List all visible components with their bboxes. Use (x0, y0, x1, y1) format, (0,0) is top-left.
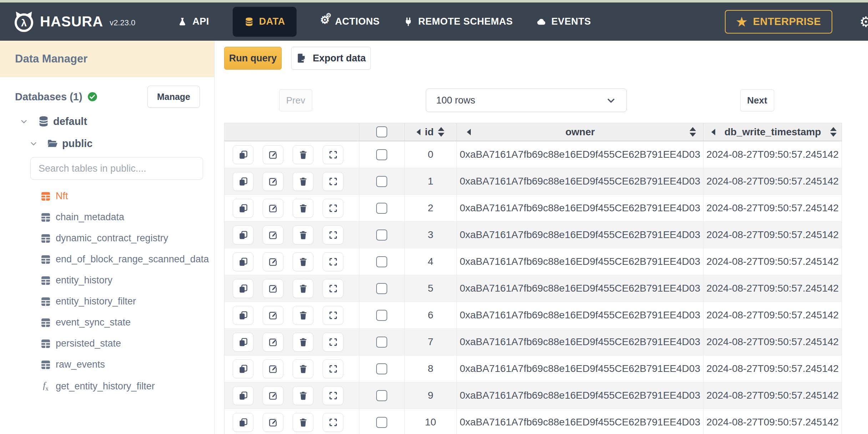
enterprise-button[interactable]: ★ ENTERPRISE (725, 10, 832, 34)
row-checkbox[interactable] (376, 283, 387, 294)
clone-row-button[interactable] (233, 413, 253, 432)
nav-item-events[interactable]: EVENTS (536, 16, 591, 27)
delete-row-button[interactable] (293, 252, 313, 271)
clone-row-button[interactable] (233, 145, 253, 164)
clone-row-button[interactable] (233, 359, 253, 378)
collapse-column-icon[interactable] (467, 129, 471, 135)
manage-button[interactable]: Manage (147, 86, 200, 108)
sidebar-table-entity_history[interactable]: entity_history (0, 270, 214, 291)
clone-row-button[interactable] (233, 386, 253, 405)
plug-icon (403, 17, 413, 27)
edit-row-button[interactable] (263, 199, 283, 218)
collapse-column-icon[interactable] (417, 129, 420, 135)
sidebar-table-dynamic_contract_registry[interactable]: dynamic_contract_registry (0, 228, 214, 249)
sidebar-table-end_of_block_range_scanned_data[interactable]: end_of_block_range_scanned_data (0, 249, 214, 270)
row-actions-cell (224, 329, 359, 355)
clone-row-button[interactable] (233, 333, 253, 352)
row-checkbox[interactable] (376, 203, 387, 214)
row-checkbox-cell (359, 329, 405, 355)
delete-row-button[interactable] (293, 145, 313, 164)
expand-row-button[interactable] (323, 252, 343, 271)
tree-node-default-db[interactable]: default (0, 114, 214, 128)
run-query-button[interactable]: Run query (224, 47, 282, 70)
sort-arrows-icon[interactable] (438, 127, 444, 137)
expand-row-button[interactable] (323, 199, 343, 218)
edit-row-button[interactable] (263, 306, 283, 325)
sidebar-table-persisted_state[interactable]: persisted_state (0, 333, 214, 354)
nav-item-api[interactable]: API (177, 16, 209, 27)
edit-row-button[interactable] (263, 359, 283, 378)
next-page-button[interactable]: Next (740, 89, 774, 111)
owner-value: 0xaBA7161A7fb69c88e16ED9f455CE62B791EE4D… (460, 202, 700, 214)
delete-row-button[interactable] (293, 172, 313, 191)
header-column-db-write-timestamp[interactable]: db_write_timestamp (703, 123, 842, 141)
table-row: 40xaBA7161A7fb69c88e16ED9f455CE62B791EE4… (224, 248, 842, 275)
sidebar-function-get_entity_history_filter[interactable]: fxget_entity_history_filter (0, 375, 214, 397)
expand-row-button[interactable] (323, 145, 343, 164)
table-name: chain_metadata (56, 212, 124, 223)
delete-row-icon (298, 150, 308, 160)
sidebar-table-event_sync_state[interactable]: event_sync_state (0, 312, 214, 333)
row-checkbox[interactable] (376, 229, 387, 241)
clone-row-button[interactable] (233, 279, 253, 298)
brand[interactable]: λ HASURA v2.23.0 (13, 11, 135, 33)
row-checkbox[interactable] (376, 390, 387, 401)
expand-row-button[interactable] (323, 386, 343, 405)
nav-item-data[interactable]: DATA (233, 7, 297, 37)
delete-row-button[interactable] (293, 226, 313, 244)
row-checkbox[interactable] (376, 310, 387, 321)
edit-row-button[interactable] (263, 252, 283, 271)
export-data-button[interactable]: Export data (291, 47, 371, 70)
tree-node-public-schema[interactable]: public (0, 136, 214, 151)
sort-arrows-icon[interactable] (690, 127, 696, 137)
cell-owner: 0xaBA7161A7fb69c88e16ED9f455CE62B791EE4D… (457, 302, 704, 329)
edit-row-button[interactable] (263, 413, 283, 432)
expand-row-button[interactable] (323, 279, 343, 298)
sidebar-table-chain_metadata[interactable]: chain_metadata (0, 207, 214, 228)
expand-row-button[interactable] (323, 226, 343, 244)
nav-item-actions[interactable]: ⚙⚙ ACTIONS (320, 16, 380, 27)
edit-row-button[interactable] (263, 145, 283, 164)
expand-row-button[interactable] (323, 413, 343, 432)
delete-row-button[interactable] (293, 413, 313, 432)
edit-row-button[interactable] (263, 172, 283, 191)
edit-row-button[interactable] (263, 226, 283, 244)
expand-row-button[interactable] (323, 172, 343, 191)
clone-row-button[interactable] (233, 306, 253, 325)
row-checkbox[interactable] (376, 149, 387, 160)
prev-page-button[interactable]: Prev (279, 89, 312, 111)
sort-arrows-icon[interactable] (830, 127, 837, 137)
edit-row-button[interactable] (263, 279, 283, 298)
select-all-checkbox[interactable] (376, 126, 387, 137)
search-tables-input[interactable] (30, 157, 203, 180)
row-checkbox[interactable] (376, 363, 387, 374)
delete-row-button[interactable] (293, 333, 313, 352)
rows-per-page-select[interactable]: 100 rows (426, 89, 627, 112)
settings-gear-icon[interactable]: ⚙ (859, 14, 868, 30)
delete-row-button[interactable] (293, 386, 313, 405)
edit-row-button[interactable] (263, 386, 283, 405)
header-column-id[interactable]: id (405, 123, 457, 141)
row-checkbox[interactable] (376, 256, 387, 267)
expand-row-button[interactable] (323, 306, 343, 325)
row-checkbox[interactable] (376, 417, 387, 428)
edit-row-button[interactable] (263, 333, 283, 352)
clone-row-button[interactable] (233, 199, 253, 218)
expand-row-button[interactable] (323, 359, 343, 378)
sidebar-table-Nft[interactable]: Nft (0, 186, 214, 207)
collapse-column-icon[interactable] (711, 129, 715, 135)
sidebar-table-entity_history_filter[interactable]: entity_history_filter (0, 291, 214, 312)
expand-row-button[interactable] (323, 333, 343, 352)
row-checkbox[interactable] (376, 176, 387, 187)
row-checkbox[interactable] (376, 337, 387, 348)
sidebar-table-raw_events[interactable]: raw_events (0, 354, 214, 375)
delete-row-button[interactable] (293, 279, 313, 298)
clone-row-button[interactable] (233, 252, 253, 271)
nav-item-remote-schemas[interactable]: REMOTE SCHEMAS (403, 16, 513, 27)
header-column-owner[interactable]: owner (457, 123, 704, 141)
delete-row-button[interactable] (293, 306, 313, 325)
clone-row-button[interactable] (233, 172, 253, 191)
clone-row-button[interactable] (233, 226, 253, 244)
delete-row-button[interactable] (293, 359, 313, 378)
delete-row-button[interactable] (293, 199, 313, 218)
